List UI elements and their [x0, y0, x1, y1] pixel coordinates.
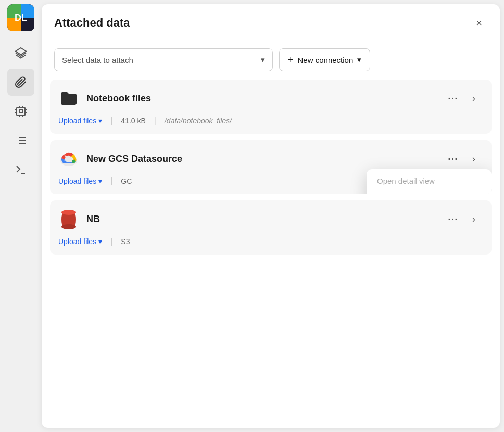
upload-files-button-nb[interactable]: Upload files ▾: [58, 237, 102, 246]
upload-dropdown-arrow-nb: ▾: [98, 237, 102, 246]
card-title-gcs: New GCS Datasource: [86, 154, 444, 164]
file-size-notebook: 41.0 kB: [121, 117, 145, 125]
new-connection-button[interactable]: + New connection ▾: [279, 48, 370, 71]
file-size-nb: S3: [121, 237, 130, 246]
bucket-icon: [58, 209, 79, 230]
separator-nb: |: [110, 237, 112, 246]
data-select-dropdown[interactable]: Select data to attach ▾: [54, 48, 273, 71]
app-logo: DL: [7, 4, 34, 31]
card-menu-button-gcs[interactable]: ···: [444, 149, 462, 168]
card-chevron-notebook-files[interactable]: ›: [464, 89, 483, 108]
svg-rect-2: [19, 110, 22, 113]
card-footer-notebook-files: Upload files ▾ | 41.0 kB | /data/noteboo…: [50, 116, 492, 134]
card-chevron-gcs[interactable]: ›: [464, 149, 483, 168]
gcs-icon: [58, 148, 79, 169]
card-header-notebook-files: Notebook files ··· ›: [50, 80, 492, 116]
svg-point-20: [61, 210, 76, 215]
upload-files-label-notebook: Upload files: [58, 117, 96, 125]
folder-icon: [58, 88, 79, 109]
card-chevron-nb[interactable]: ›: [464, 210, 483, 228]
panel-title: Attached data: [54, 16, 130, 30]
open-detail-label: Open detail view: [377, 176, 435, 185]
close-button[interactable]: ×: [471, 15, 487, 31]
datasource-card-notebook-files: Notebook files ··· › Upload files ▾ | 41…: [50, 80, 492, 134]
context-menu: Open detail view Edit cloud storage Copy…: [367, 169, 492, 194]
card-menu-button-nb[interactable]: ···: [444, 210, 462, 228]
upload-files-label-gcs: Upload files: [58, 177, 96, 185]
upload-dropdown-arrow-gcs: ▾: [98, 177, 102, 185]
separator-1: |: [110, 116, 112, 125]
card-footer-nb: Upload files ▾ | S3: [50, 237, 492, 255]
separator-gcs: |: [110, 176, 112, 186]
sidebar-item-hardware[interactable]: [7, 98, 34, 125]
panel-header: Attached data ×: [42, 4, 500, 40]
card-menu-button-notebook-files[interactable]: ···: [444, 89, 462, 108]
upload-files-label-nb: Upload files: [58, 237, 96, 246]
select-arrow-icon: ▾: [261, 55, 265, 65]
svg-rect-1: [17, 107, 25, 116]
card-header-nb: NB ··· ›: [50, 200, 492, 237]
logo-text: DL: [15, 13, 27, 22]
upload-files-button-gcs[interactable]: Upload files ▾: [58, 177, 102, 185]
sidebar-item-attach[interactable]: [7, 69, 34, 96]
file-path-notebook: /data/notebook_files/: [165, 117, 232, 125]
card-title-nb: NB: [86, 214, 444, 225]
panel-content: Notebook files ··· › Upload files ▾ | 41…: [42, 80, 500, 428]
sidebar-item-layers[interactable]: [7, 40, 34, 67]
new-connection-plus-icon: +: [288, 55, 294, 66]
panel-toolbar: Select data to attach ▾ + New connection…: [42, 40, 500, 80]
sidebar: DL: [0, 0, 42, 432]
sidebar-item-list[interactable]: [7, 127, 34, 154]
main-panel: Attached data × Select data to attach ▾ …: [42, 4, 500, 428]
context-menu-item-open-detail: Open detail view: [367, 169, 492, 193]
separator-2: |: [154, 116, 156, 125]
new-connection-label: New connection: [298, 56, 354, 65]
datasource-card-gcs: New GCS Datasource ··· › Upload files ▾ …: [50, 140, 492, 194]
upload-files-button-notebook-files[interactable]: Upload files ▾: [58, 117, 102, 125]
context-menu-item-edit-cloud[interactable]: Edit cloud storage: [367, 193, 492, 194]
upload-dropdown-arrow-notebook: ▾: [98, 117, 102, 125]
select-placeholder: Select data to attach: [62, 56, 133, 65]
sidebar-item-json[interactable]: [7, 156, 34, 183]
file-size-gcs: GC: [121, 177, 132, 185]
card-title-notebook-files: Notebook files: [86, 93, 444, 104]
new-connection-arrow-icon: ▾: [357, 55, 361, 65]
datasource-card-nb: NB ··· › Upload files ▾ | S3: [50, 200, 492, 255]
